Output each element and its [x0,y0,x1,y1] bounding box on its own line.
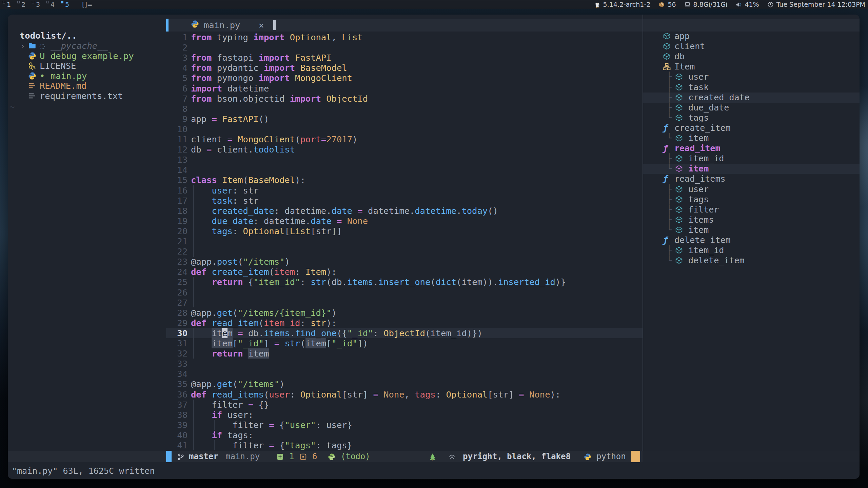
outline-symbol-client[interactable]: client [643,41,860,52]
outline-symbol-delete_item[interactable]: ƒdelete_item [643,235,860,245]
outline-symbol-item_id[interactable]: ├item_id [643,154,860,164]
line-number: 26 [166,287,188,298]
file-tree-item-main.py[interactable]: •main.py [8,71,166,81]
symbol-label: user [688,184,709,195]
workspace-tag-2[interactable]: 2 [17,0,31,9]
position-indicator-block [631,451,640,462]
line-number: 20 [166,226,188,236]
code-text: class Item(BaseModel): [191,175,305,185]
code-text: from fastapi import FastAPI [191,53,332,63]
code-text: db = client.todolist [191,144,295,155]
symbol-label: tags [688,195,709,205]
clock-icon [767,1,774,8]
tree-plugin-icon [429,451,436,462]
tree-connector: ├ [667,245,672,256]
outline-symbol-user[interactable]: ├user [643,184,860,195]
txtlist-icon [28,92,36,100]
cube-icon [675,134,683,142]
code-text: client = MongoClient(port=27017) [191,134,357,144]
tree-connector: ├ [667,72,672,82]
cube-icon [675,226,683,234]
file-tree-item-__pycache__[interactable]: ›◌__pycache__ [8,41,166,50]
cube-icon [675,83,683,91]
symbol-label: item_id [688,245,724,256]
file-tree-item-requirements.txt[interactable]: requirements.txt [8,91,166,101]
code-editor[interactable]: 1from typing import Optional, List23from… [166,32,643,451]
file-name: LICENSE [40,61,76,71]
outline-symbol-item[interactable]: └item [643,133,860,143]
cube-icon [675,257,683,264]
tree-connector: ├ [667,195,672,205]
outline-symbol-user[interactable]: ├user [643,72,860,82]
cube-icon [663,53,671,60]
file-tree-root[interactable]: todolist/.. [20,30,77,41]
file-explorer[interactable]: todolist/.. ›◌__pycache__Udebug_example.… [8,15,166,451]
function-icon: ƒ [663,174,668,184]
outline-symbol-item[interactable]: └item [643,164,860,174]
workspace-indicator [46,1,49,3]
workspace-indicator [32,1,34,3]
outline-symbol-tags[interactable]: ├tags [643,195,860,205]
file-tree-item-LICENSE[interactable]: LICENSE [8,61,166,70]
outline-symbol-item[interactable]: └item [643,225,860,235]
line-number: 24 [166,267,188,277]
active-tab-indicator [166,19,169,32]
workspace-tag-4[interactable]: 4 [46,0,60,9]
layout-symbol: []= [82,0,93,8]
cube-icon [663,42,671,50]
outline-symbol-read_items[interactable]: ƒread_items [643,174,860,184]
symbols-outline[interactable]: appclientdbItem├user├task├created_date├d… [643,31,860,448]
code-text: import datetime [191,83,269,94]
file-name: main.py [51,71,87,81]
outline-symbol-read_item[interactable]: ƒread_item [643,143,860,154]
workspace-tag-1[interactable]: 1 [2,0,16,9]
line-number: 38 [166,410,188,420]
line-number: 17 [166,196,188,206]
close-tab-icon[interactable]: × [258,20,264,30]
symbol-label: item [688,133,709,143]
workspace-tag-5[interactable]: 5 [60,0,75,9]
function-icon: ƒ [663,235,668,245]
outline-symbol-due_date[interactable]: ├due_date [643,103,860,113]
file-tree-item-debug_example.py[interactable]: Udebug_example.py [8,51,166,61]
code-text: from pymongo import MongoClient [191,73,352,83]
code-text: due_date: datetime.date = None [191,216,368,226]
code-text: tags: Optional[List[str]] [191,226,342,236]
expander-icon[interactable]: › [20,41,25,51]
outline-symbol-app[interactable]: app [643,31,860,41]
git-added-icon [276,451,284,462]
line-number: 2 [166,42,188,53]
outline-symbol-create_item[interactable]: ƒcreate_item [643,123,860,133]
line-number: 28 [166,308,188,318]
lsp-gear-icon [448,451,456,462]
stat-volume: 41% [735,1,759,8]
outline-symbol-Item[interactable]: Item [643,62,860,72]
line-number: 16 [166,185,188,196]
outline-symbol-delete_item[interactable]: └delete_item [643,256,860,266]
file-tree-item-README.md[interactable]: README.md [8,81,166,90]
code-text: from bson.objectid import ObjectId [191,94,368,104]
outline-symbol-db[interactable]: db [643,52,860,62]
code-text: from typing import Optional, List [191,32,363,42]
line-number: 11 [166,134,188,144]
python-icon [28,52,36,60]
laptop-icon [684,1,691,8]
symbol-label: Item [674,62,695,72]
symbol-label: delete_item [674,235,731,245]
line-number: 5 [166,73,188,83]
outline-symbol-filter[interactable]: ├filter [643,205,860,215]
outline-symbol-tags[interactable]: └tags [643,113,860,123]
code-text: return {"item_id": str(db.items.insert_o… [191,277,566,287]
outline-symbol-items[interactable]: ├items [643,215,860,225]
tree-connector: ├ [667,205,672,215]
key-icon [28,62,36,70]
file-name: debug_example.py [51,51,134,61]
workspace-tag-3[interactable]: 3 [31,0,45,9]
terminal-window: todolist/.. ›◌__pycache__Udebug_example.… [8,15,860,479]
outline-symbol-task[interactable]: ├task [643,82,860,93]
line-number: 1 [166,32,188,42]
outline-symbol-created_date[interactable]: ├created_date [643,93,860,103]
symbol-label: delete_item [688,256,745,266]
outline-symbol-item_id[interactable]: ├item_id [643,245,860,256]
tab-main-py[interactable]: main.py × [191,19,264,32]
